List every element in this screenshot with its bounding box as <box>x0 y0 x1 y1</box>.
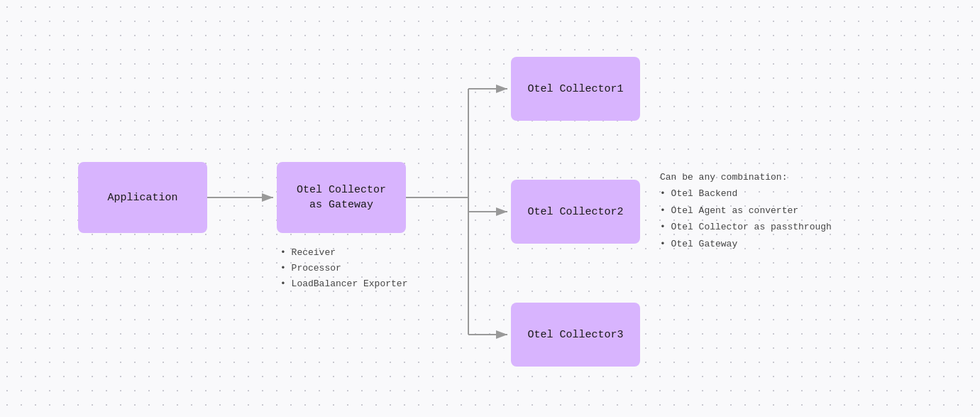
gateway-label-line1: • Receiver <box>280 245 407 261</box>
collector3-box: Otel Collector3 <box>511 303 640 367</box>
gateway-label: Otel Collector as Gateway <box>297 183 386 212</box>
collector1-label: Otel Collector1 <box>527 82 623 97</box>
collector3-label: Otel Collector3 <box>527 327 623 342</box>
collector2-box: Otel Collector2 <box>511 180 640 244</box>
gateway-labels: • Receiver • Processor • LoadBalancer Ex… <box>280 245 407 292</box>
diagram-container: Application Otel Collector as Gateway • … <box>0 0 980 417</box>
application-box: Application <box>78 162 207 233</box>
annotation-item-3: • Otel Gateway <box>660 236 832 252</box>
collector1-box: Otel Collector1 <box>511 57 640 121</box>
annotation-title: Can be any combination: <box>660 169 832 185</box>
annotation-item-1: • Otel Agent as converter <box>660 202 832 219</box>
annotation-item-2: • Otel Collector as passthrough <box>660 219 832 235</box>
gateway-box: Otel Collector as Gateway <box>277 162 406 233</box>
gateway-label-line3: • LoadBalancer Exporter <box>280 276 407 292</box>
annotation-block: Can be any combination: • Otel Backend •… <box>660 169 832 252</box>
gateway-label-line2: • Processor <box>280 261 407 276</box>
collector2-label: Otel Collector2 <box>527 205 623 220</box>
annotation-item-0: • Otel Backend <box>660 185 832 202</box>
application-label: Application <box>107 190 177 205</box>
